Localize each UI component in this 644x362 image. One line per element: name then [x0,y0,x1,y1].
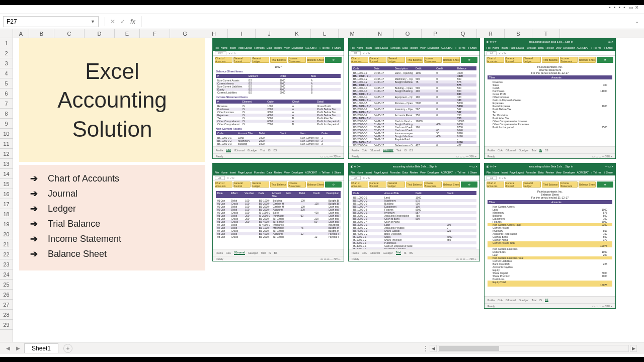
window-titlebar: • • • • ▭ ✕ [0,5,644,10]
row-header[interactable]: 17 [0,199,13,209]
feature-item: ➔Income Statement [30,231,194,246]
feature-item: ➔Trial Balance [30,216,194,231]
arrow-icon: ➔ [30,173,38,184]
column-headers[interactable]: ABCDEFGHIJKLMNOPQRST [0,29,644,38]
cells-canvas[interactable]: Excel Accounting Solution ➔Chart of Acco… [13,38,644,342]
row-header[interactable]: 26 [0,290,13,300]
row-header[interactable]: 5 [0,78,13,88]
col-header[interactable]: B [29,29,54,38]
row-header[interactable]: 15 [0,179,13,189]
name-box-dropdown-icon[interactable]: ▼ [91,19,95,24]
arrow-icon: ➔ [30,233,38,244]
row-header[interactable]: 7 [0,99,13,109]
col-header[interactable]: A [13,29,29,38]
scroll-left-icon[interactable]: ◀ [430,345,437,352]
confirm-icon[interactable]: ✓ [120,18,125,25]
formula-bar: F27 ▼ ✕ ✓ fx ⌄ [0,14,644,29]
row-header[interactable]: 22 [0,249,13,259]
grid-area: ABCDEFGHIJKLMNOPQRST 1234567891011121314… [0,29,644,342]
col-header[interactable]: N [366,29,394,38]
feature-item: ➔Ledger [30,201,194,216]
row-header[interactable]: 28 [0,310,13,320]
row-header[interactable]: 18 [0,209,13,219]
feature-label: Journal [48,189,77,199]
formula-expand-icon[interactable]: ⌄ [633,19,641,24]
col-header[interactable]: L [311,29,339,38]
col-header[interactable]: M [339,29,366,38]
row-header[interactable]: 16 [0,189,13,199]
col-header[interactable]: K [283,29,311,38]
row-header[interactable]: 1 [0,38,13,48]
ribbon-collapsed [0,10,644,14]
fx-icon[interactable]: fx [130,18,135,25]
col-header[interactable]: R [477,29,505,38]
window-controls[interactable]: ▭ ✕ [629,5,639,10]
sheet-nav-next-icon[interactable]: ▶ [14,345,22,351]
cell-reference: F27 [7,18,17,25]
screenshot-thumb: ◧ ⟲ ⟳ ▾accounting solution Beta 5.xls… S… [348,163,480,261]
row-header[interactable]: 10 [0,129,13,139]
col-header[interactable]: G [170,29,200,38]
title-line-1: Excel [85,57,139,85]
row-header[interactable]: 13 [0,159,13,169]
col-header[interactable]: F [140,29,170,38]
arrow-icon: ➔ [30,218,38,229]
title-dots: • • • • [609,5,626,10]
row-header[interactable]: 4 [0,68,13,78]
feature-label: Trial Balance [48,219,100,229]
title-line-2: Accounting [57,85,167,114]
col-header[interactable]: O [394,29,422,38]
arrow-icon: ➔ [30,203,38,214]
row-header[interactable]: 12 [0,149,13,159]
sheet-tab-sheet1[interactable]: Sheet1 [24,343,58,353]
col-header[interactable]: D [85,29,115,38]
row-header[interactable]: 20 [0,229,13,239]
row-header[interactable]: 3 [0,58,13,68]
col-header[interactable]: E [115,29,140,38]
col-header[interactable]: H [200,29,228,38]
col-header[interactable]: Q [449,29,477,38]
row-header[interactable]: 24 [0,269,13,280]
row-header[interactable]: 14 [0,169,13,179]
col-header[interactable]: T [532,29,560,38]
add-sheet-button[interactable]: + [63,344,72,353]
name-box[interactable]: F27 ▼ [3,16,99,27]
arrow-icon: ➔ [30,248,38,259]
col-header[interactable]: P [422,29,449,38]
select-all-corner[interactable] [0,29,13,38]
title-line-3: Solution [72,115,152,143]
row-header[interactable]: 11 [0,139,13,149]
feature-item: ➔Chart of Accounts [30,171,194,186]
row-header[interactable]: 21 [0,239,13,249]
feature-item: ➔Balance Sheet [30,246,194,261]
feature-label: Income Statement [48,234,121,244]
row-header[interactable]: 29 [0,320,13,330]
row-header[interactable]: 6 [0,88,13,99]
thumbnail-grid: FileHomeInsertPage LayoutFormulasDataRev… [212,38,616,284]
row-headers[interactable]: 1234567891011121314151617181920212223242… [0,38,13,342]
feature-label: Chart of Accounts [48,173,119,184]
scroll-right-icon[interactable]: ▶ [630,345,637,352]
col-header[interactable]: S [505,29,532,38]
horizontal-scrollbar[interactable]: ⋮ ◀ ▶ [74,345,640,352]
cancel-icon[interactable]: ✕ [110,18,115,25]
feature-label: Balance Sheet [48,249,107,259]
screenshot-thumb: ◧ ⟲ ⟳ ▾accounting solution Beta 5.xls… S… [484,163,616,309]
feature-list: ➔Chart of Accounts➔Journal➔Ledger➔Trial … [19,165,205,270]
col-header[interactable]: J [256,29,283,38]
row-header[interactable]: 19 [0,219,13,229]
row-header[interactable]: 2 [0,48,13,58]
row-header[interactable]: 8 [0,109,13,119]
formula-input[interactable] [141,16,630,27]
row-header[interactable]: 9 [0,119,13,129]
screenshot-thumb: ◧ ⟲ ⟳ ▾accounting solution Beta 5.xls… S… [484,38,616,159]
row-header[interactable]: 27 [0,300,13,310]
row-header[interactable]: 25 [0,280,13,290]
row-header[interactable]: 23 [0,259,13,269]
excel-window: • • • • ▭ ✕ F27 ▼ ✕ ✓ fx ⌄ ABCDEFGHIJKLM… [0,5,644,357]
sheet-nav-prev-icon[interactable]: ◀ [4,345,12,351]
col-header[interactable]: C [54,29,85,38]
arrow-icon: ➔ [30,188,38,199]
col-header[interactable]: I [228,29,256,38]
screenshot-thumb: FileHomeInsertPage LayoutFormulasDataRev… [348,38,480,159]
